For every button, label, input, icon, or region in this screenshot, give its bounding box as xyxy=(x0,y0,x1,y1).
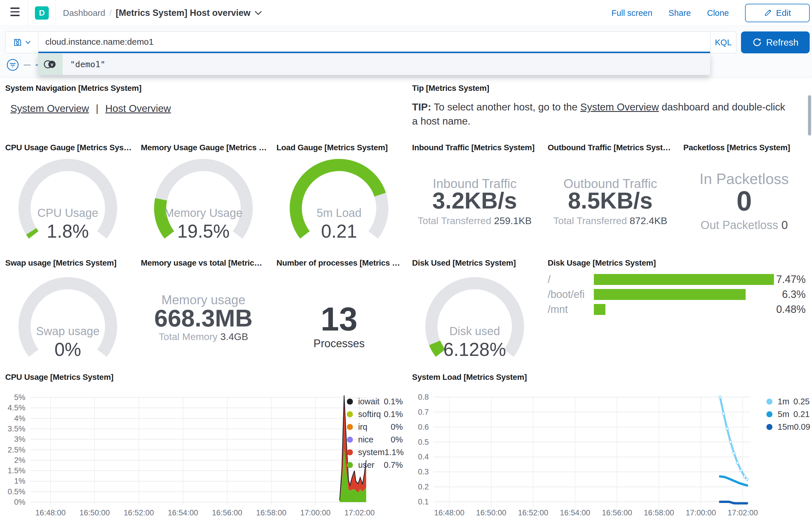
legend-dot xyxy=(767,399,772,405)
svg-text:17:02:00: 17:02:00 xyxy=(344,508,375,517)
disk-usage-bar xyxy=(594,274,774,285)
svg-text:0.8: 0.8 xyxy=(418,393,429,401)
disk-usage-row: / 7.47% xyxy=(548,274,806,285)
svg-text:16:54:00: 16:54:00 xyxy=(167,508,198,517)
page-title[interactable]: [Metrics System] Host overview xyxy=(116,8,262,18)
cpu-usage-chart: 5%4.5%4%3.5%3%2.5%2%1.5%1%0.5%0%16:48:00… xyxy=(0,384,407,522)
system-load-chart: 0.80.70.60.50.40.30.20.116:48:0016:50:00… xyxy=(407,384,812,522)
panel-title: Tip [Metrics System] xyxy=(412,84,489,93)
space-avatar[interactable]: D xyxy=(35,6,49,20)
panel-disk-used: Disk Used [Metrics System] Disk used6.12… xyxy=(407,257,542,366)
panel-load-gauge: Load Gauge [Metrics System] 5m Load0.21 xyxy=(271,141,407,245)
menu-icon[interactable] xyxy=(11,7,20,18)
legend-dot xyxy=(347,462,353,468)
system-overview-link[interactable]: System Overview xyxy=(580,101,659,113)
cpu-usage-gauge: CPU Usage1.8% xyxy=(0,156,136,246)
legend-item-iowait[interactable]: iowait0.1% xyxy=(347,395,403,408)
svg-text:0.5%: 0.5% xyxy=(7,487,25,496)
svg-text:17:02:00: 17:02:00 xyxy=(728,508,758,517)
legend-dot xyxy=(347,424,353,430)
full-screen-button[interactable]: Full screen xyxy=(611,8,652,18)
pencil-icon xyxy=(764,9,772,17)
svg-text:1.5%: 1.5% xyxy=(7,466,25,475)
header-divider xyxy=(28,0,28,26)
memory-usage-gauge: Memory Usage19.5% xyxy=(136,156,271,246)
svg-text:16:50:00: 16:50:00 xyxy=(476,508,507,517)
svg-text:0%: 0% xyxy=(55,339,81,360)
svg-text:16:52:00: 16:52:00 xyxy=(123,508,154,517)
top-header: D Dashboard / [Metrics System] Host over… xyxy=(0,0,812,26)
edit-button[interactable]: Edit xyxy=(745,4,810,22)
tip-text: TIP: To select another host, go to the S… xyxy=(412,100,787,128)
svg-text:1.8%: 1.8% xyxy=(47,221,89,242)
scrollbar-thumb[interactable] xyxy=(808,95,811,136)
clone-button[interactable]: Clone xyxy=(707,8,729,18)
legend-item-5m[interactable]: 5m0.21 xyxy=(767,408,810,421)
svg-text:16:56:00: 16:56:00 xyxy=(212,508,242,517)
svg-text:0.3: 0.3 xyxy=(418,467,429,476)
refresh-icon xyxy=(752,38,761,47)
host-overview-link[interactable]: Host Overview xyxy=(105,103,171,114)
legend-item-1m[interactable]: 1m0.25 xyxy=(767,395,810,408)
svg-text:16:52:00: 16:52:00 xyxy=(518,508,548,517)
chevron-down-icon xyxy=(255,11,262,16)
legend-item-nice[interactable]: nice0% xyxy=(347,433,403,446)
legend-item-15m[interactable]: 15m0.09 xyxy=(767,421,810,433)
panel-packetloss: Packetloss [Metrics System] In Packetlos… xyxy=(676,141,812,245)
legend-item-user[interactable]: user0.7% xyxy=(347,459,403,471)
svg-text:16:48:00: 16:48:00 xyxy=(434,508,464,517)
panel-inbound-traffic: Inbound Traffic [Metrics System] Inbound… xyxy=(407,141,542,245)
header-actions: Full screen Share Clone Edit xyxy=(611,0,810,26)
svg-text:5%: 5% xyxy=(14,393,25,402)
svg-text:2%: 2% xyxy=(14,456,25,465)
legend-item-softirq[interactable]: softirq0.1% xyxy=(347,408,403,421)
metric-value: 13 xyxy=(271,300,407,338)
breadcrumb-dashboard[interactable]: Dashboard xyxy=(63,8,105,18)
svg-text:Memory Usage: Memory Usage xyxy=(164,206,242,219)
legend-dot xyxy=(347,449,353,455)
cpu-chart-legend: iowait0.1% softirq0.1% irq0% nice0% syst… xyxy=(347,395,403,471)
metric-subtext: Total Transferred 872.4KB xyxy=(542,215,678,226)
svg-text:Disk used: Disk used xyxy=(449,325,500,337)
disk-usage-row: /mnt 0.48% xyxy=(548,304,806,315)
legend-item-irq[interactable]: irq0% xyxy=(347,421,403,433)
disk-usage-bar xyxy=(594,289,746,300)
svg-text:16:50:00: 16:50:00 xyxy=(79,508,110,517)
legend-dot xyxy=(347,437,353,443)
svg-text:0.6: 0.6 xyxy=(418,423,429,431)
metric-subtext: Total Memory 3.4GB xyxy=(136,331,271,342)
svg-text:0.7: 0.7 xyxy=(418,408,429,417)
system-navigation-links: System Overview | Host Overview xyxy=(11,103,171,114)
svg-text:4%: 4% xyxy=(14,414,25,423)
suggestion-value[interactable]: "demo1" xyxy=(63,54,105,75)
header-divider xyxy=(55,0,56,26)
search-bar: cloud.instance.name:demo1 KQL xyxy=(5,32,736,53)
svg-text:v: v xyxy=(51,62,53,67)
legend-dot xyxy=(347,411,353,417)
query-section: cloud.instance.name:demo1 KQL Refresh + … xyxy=(0,26,812,77)
query-language-button[interactable]: KQL xyxy=(710,32,736,53)
refresh-button[interactable]: Refresh xyxy=(741,32,810,53)
panel-memory-usage-vs-total: Memory usage vs total [Metric… Memory us… xyxy=(136,257,271,366)
svg-text:16:54:00: 16:54:00 xyxy=(560,508,590,517)
load-chart-legend: 1m0.25 5m0.21 15m0.09 xyxy=(767,395,810,433)
filter-icon[interactable] xyxy=(6,59,19,71)
svg-text:19.5%: 19.5% xyxy=(177,221,230,242)
filter-dash xyxy=(24,65,31,65)
svg-text:4.5%: 4.5% xyxy=(7,403,25,412)
share-button[interactable]: Share xyxy=(669,8,691,18)
svg-text:17:00:00: 17:00:00 xyxy=(686,508,716,517)
saved-query-menu-button[interactable] xyxy=(5,32,38,53)
panel-swap-usage: Swap usage [Metrics System] Swap usage0% xyxy=(0,257,136,366)
svg-text:16:58:00: 16:58:00 xyxy=(644,508,674,517)
svg-text:3.5%: 3.5% xyxy=(7,424,25,433)
svg-text:0.1: 0.1 xyxy=(418,498,429,506)
suggestion-row[interactable]: v xyxy=(38,54,63,75)
query-suggestion-popover: v "demo1" xyxy=(38,54,710,75)
legend-item-system[interactable]: system1.1% xyxy=(347,446,403,459)
system-overview-link[interactable]: System Overview xyxy=(11,103,89,114)
query-input[interactable]: cloud.instance.name:demo1 xyxy=(38,32,710,53)
metric-label: In Packetloss xyxy=(676,170,812,187)
metric-value: 8.5KB/s xyxy=(542,187,678,214)
disk-usage-bar xyxy=(594,304,606,315)
